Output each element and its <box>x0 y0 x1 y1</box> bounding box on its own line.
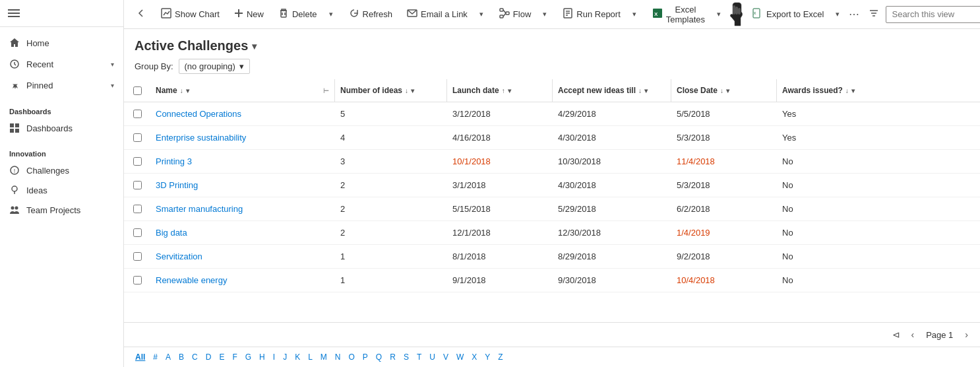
sidebar-item-ideas[interactable]: Ideas <box>0 180 123 200</box>
email-dropdown-button[interactable]: ▾ <box>475 6 487 22</box>
col-header-launch[interactable]: Launch date ↑ ▾ <box>447 79 553 102</box>
run-report-button[interactable]: Run Report <box>556 4 627 24</box>
sidebar-header[interactable] <box>0 0 123 27</box>
sidebar-item-pinned[interactable]: Pinned ▾ <box>0 75 123 96</box>
pin-icon <box>9 80 20 90</box>
row-name-link[interactable]: Renewable energy <box>156 275 227 285</box>
row-checkbox[interactable] <box>133 228 142 237</box>
main-content: Show Chart New Delete ▾ <box>124 0 980 367</box>
row-checkbox[interactable] <box>133 110 142 118</box>
row-ideas-cell: 4 <box>335 126 447 149</box>
filter-button[interactable] <box>865 4 883 24</box>
col-header-close[interactable]: Close Date ↓ ▾ <box>671 79 777 102</box>
flow-button[interactable]: Flow <box>493 4 537 24</box>
alpha-nav-item[interactable]: P <box>359 351 371 363</box>
view-title-chevron-icon[interactable]: ▾ <box>252 41 257 51</box>
alpha-nav-item[interactable]: # <box>150 351 161 363</box>
delete-dropdown-button[interactable]: ▾ <box>325 6 337 22</box>
alpha-nav-item[interactable]: A <box>162 351 174 363</box>
alpha-nav-item[interactable]: R <box>386 351 399 363</box>
alpha-nav-item[interactable]: G <box>242 351 255 363</box>
alpha-nav-item[interactable]: B <box>175 351 187 363</box>
alpha-nav-item[interactable]: M <box>317 351 330 363</box>
refresh-button[interactable]: Refresh <box>342 4 400 24</box>
svg-rect-31 <box>738 8 741 15</box>
resize-handle-icon[interactable]: ⊢ <box>323 87 329 94</box>
excel-templates-dropdown-button[interactable]: ▾ <box>713 6 725 22</box>
alpha-nav-item[interactable]: C <box>189 351 201 363</box>
alpha-nav-item[interactable]: E <box>216 351 228 363</box>
run-report-label: Run Report <box>576 9 620 19</box>
innovation-section-header: Innovation <box>0 143 123 160</box>
row-checkbox[interactable] <box>133 181 142 189</box>
row-checkbox[interactable] <box>133 276 142 284</box>
alpha-nav-item[interactable]: O <box>346 351 358 363</box>
excel-templates-button[interactable]: X Excel Templates <box>646 1 712 28</box>
sidebar-item-home[interactable]: Home <box>0 32 123 53</box>
col-awards-label: Awards issued? <box>782 86 843 95</box>
page-next-button[interactable]: › <box>961 327 972 343</box>
flow-dropdown-button[interactable]: ▾ <box>539 6 551 22</box>
page-first-button[interactable]: ⊲ <box>888 327 904 343</box>
chart-icon <box>161 8 171 20</box>
select-all-checkbox[interactable] <box>133 86 142 95</box>
alpha-nav-item[interactable]: J <box>280 351 290 363</box>
alpha-nav-item[interactable]: V <box>440 351 452 363</box>
row-name-link[interactable]: Big data <box>156 228 187 238</box>
alpha-nav-item[interactable]: S <box>400 351 412 363</box>
sidebar-item-dashboards[interactable]: Dashboards <box>0 118 123 138</box>
alpha-nav-item[interactable]: I <box>270 351 278 363</box>
row-name-link[interactable]: 3D Printing <box>156 180 198 190</box>
sidebar-item-team-projects[interactable]: Team Projects <box>0 200 123 220</box>
row-name-link[interactable]: Printing 3 <box>156 156 192 166</box>
col-header-ideas[interactable]: Number of ideas ↓ ▾ <box>335 79 447 102</box>
svg-point-9 <box>11 207 15 210</box>
more-button[interactable]: ⋯ <box>845 4 863 24</box>
svg-text:X: X <box>754 11 756 15</box>
alpha-nav-item[interactable]: Y <box>481 351 493 363</box>
page-prev-button[interactable]: ‹ <box>907 327 918 343</box>
sidebar-item-label: Pinned <box>26 81 104 90</box>
export-excel-button[interactable]: X Export to Excel <box>746 4 830 24</box>
alpha-nav-item[interactable]: H <box>256 351 268 363</box>
row-checkbox-cell <box>124 103 150 125</box>
alpha-nav-item[interactable]: X <box>468 351 480 363</box>
search-input[interactable] <box>892 9 980 19</box>
alpha-nav-item[interactable]: Z <box>495 351 506 363</box>
alpha-nav-item[interactable]: T <box>413 351 425 363</box>
row-checkbox[interactable] <box>133 157 142 166</box>
alpha-nav-item[interactable]: L <box>305 351 316 363</box>
alpha-nav-item[interactable]: F <box>229 351 240 363</box>
col-header-accept[interactable]: Accept new ideas till ↓ ▾ <box>553 79 671 102</box>
alpha-nav-item[interactable]: All <box>132 351 148 363</box>
col-accept-label: Accept new ideas till <box>558 86 636 95</box>
new-button[interactable]: New <box>228 5 270 24</box>
row-name-link[interactable]: Servitization <box>156 251 202 261</box>
alpha-nav-item[interactable]: Q <box>373 351 385 363</box>
alpha-nav-item[interactable]: U <box>426 351 439 363</box>
dashboards-section: Dashboards Dashboards <box>0 101 123 138</box>
alpha-nav-item[interactable]: D <box>202 351 215 363</box>
row-name-link[interactable]: Enterprise sustainability <box>156 133 246 143</box>
row-name-link[interactable]: Smarter manufacturing <box>156 204 243 214</box>
alpha-nav-item[interactable]: K <box>291 351 303 363</box>
row-launch-cell: 9/1/2018 <box>447 269 553 292</box>
row-checkbox[interactable] <box>133 252 142 261</box>
group-by-select[interactable]: (no grouping) ▾ <box>179 59 250 74</box>
email-link-button[interactable]: Email a Link <box>400 4 474 24</box>
back-button[interactable] <box>129 4 153 24</box>
export-dropdown-button[interactable]: ▾ <box>832 6 843 22</box>
show-chart-button[interactable]: Show Chart <box>154 4 226 24</box>
row-checkbox[interactable] <box>133 133 142 142</box>
delete-button[interactable]: Delete <box>272 4 324 24</box>
col-header-awards[interactable]: Awards issued? ↓ ▾ <box>777 79 980 102</box>
row-name-link[interactable]: Connected Operations <box>156 109 241 119</box>
alpha-nav-item[interactable]: W <box>453 351 467 363</box>
alpha-nav-item[interactable]: N <box>332 351 344 363</box>
hamburger-menu[interactable] <box>8 9 21 17</box>
sidebar-item-recent[interactable]: Recent ▾ <box>0 53 123 75</box>
row-checkbox[interactable] <box>133 205 142 213</box>
run-report-dropdown-button[interactable]: ▾ <box>628 6 640 22</box>
col-header-name[interactable]: Name ↓ ▾ ⊢ <box>150 79 335 102</box>
sidebar-item-challenges[interactable]: ! Challenges <box>0 160 123 180</box>
